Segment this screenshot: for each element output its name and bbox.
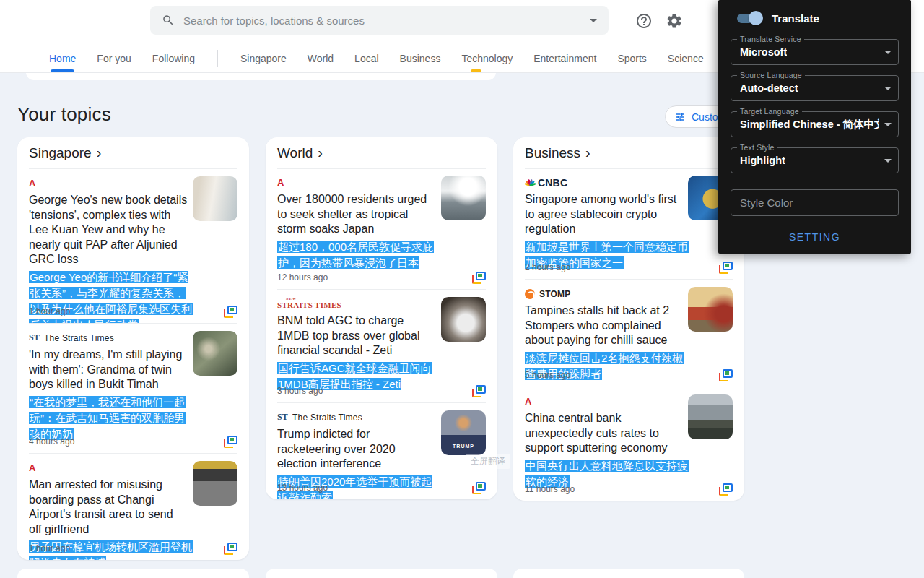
text-style-select[interactable]: Text Style Highlight <box>731 147 899 173</box>
cna-logo-icon: A <box>29 463 36 473</box>
article-translation: 超过180，000名居民敦促寻求庇护，因为热带风暴浸泡了日本 <box>277 239 440 271</box>
tab-home[interactable]: Home <box>49 53 76 64</box>
tab-following[interactable]: Following <box>152 53 195 64</box>
next-row-card-fragment <box>513 569 744 578</box>
tab-business[interactable]: Business <box>400 53 441 64</box>
translate-extension-panel: Translate Translate Service Microsoft So… <box>718 0 911 254</box>
target-language-select[interactable]: Target Language Simplified Chinese - 简体中… <box>731 111 899 137</box>
chevron-down-icon <box>884 159 892 163</box>
setting-link[interactable]: SETTING <box>718 231 911 243</box>
article-time: 11 hours ago <box>525 484 575 494</box>
tab-entertainment[interactable]: Entertainment <box>533 53 596 64</box>
search-input[interactable] <box>183 14 583 27</box>
tab-sports[interactable]: Sports <box>617 53 646 64</box>
article: NEWSTRAITS TIMES BNM told AGC to charge … <box>277 289 486 402</box>
article: A Over 180000 residents urged to seek sh… <box>277 168 486 289</box>
tab-science[interactable]: Science <box>668 53 704 64</box>
fullscreen-translate-floating-button[interactable]: 全屏翻译 <box>466 454 510 469</box>
article-thumbnail[interactable] <box>193 461 237 506</box>
topic-card-singapore: Singapore › A George Yeo's new book deta… <box>17 137 249 560</box>
search-bar[interactable] <box>150 6 609 35</box>
translate-service-select[interactable]: Translate Service Microsoft <box>731 39 899 65</box>
full-coverage-icon[interactable] <box>224 306 237 318</box>
style-color-box <box>731 189 899 216</box>
field-label: Translate Service <box>737 35 804 43</box>
full-coverage-icon[interactable] <box>719 262 733 274</box>
nav-divider <box>217 50 218 67</box>
chevron-down-icon <box>884 123 892 126</box>
article: STThe Straits Times Trump indicted for r… <box>277 402 486 499</box>
chevron-right-icon: › <box>585 144 590 161</box>
tab-local[interactable]: Local <box>354 53 378 64</box>
tab-world[interactable]: World <box>308 53 334 64</box>
main-nav: Home For you Following Singapore World L… <box>49 50 754 67</box>
full-coverage-icon[interactable] <box>472 482 486 494</box>
gear-icon[interactable] <box>666 12 683 30</box>
article-thumbnail[interactable] <box>193 331 237 376</box>
new-straits-times-logo-icon: NEWSTRAITS TIMES <box>277 298 341 309</box>
article-title[interactable]: Tampines stalls hit back at 2 Stompers w… <box>525 303 684 348</box>
article-time: 1 hour ago <box>29 543 70 553</box>
topic-title: Business <box>525 145 580 161</box>
article-title[interactable]: 'In my dreams, I'm still playing with th… <box>29 348 188 392</box>
tab-technology[interactable]: Technology <box>461 53 513 64</box>
article-title[interactable]: Trump indicted for racketeering over 202… <box>277 427 436 472</box>
cna-logo-icon: A <box>277 178 284 187</box>
field-value: Simplified Chinese - 简体中文 <box>740 118 879 131</box>
article-thumbnail[interactable] <box>688 287 733 332</box>
article: A George Yeo's new book details 'tension… <box>29 169 237 323</box>
full-coverage-icon[interactable] <box>224 436 237 448</box>
full-coverage-icon[interactable] <box>719 369 733 381</box>
article-title[interactable]: BNM told AGC to charge 1MDB top brass ov… <box>277 314 436 358</box>
source-name: STOMP <box>539 289 570 299</box>
article-thumbnail[interactable] <box>441 176 486 220</box>
scrolled-card-fragment <box>26 72 496 80</box>
straits-times-logo-icon: ST <box>277 412 288 423</box>
article-time: 1 hour ago <box>29 306 70 316</box>
tab-singapore[interactable]: Singapore <box>240 53 287 64</box>
panel-title: Translate <box>772 12 819 25</box>
field-value: Highlight <box>740 155 785 166</box>
page-title: Your topics <box>17 103 111 126</box>
style-color-input[interactable] <box>731 197 898 209</box>
article-title[interactable]: George Yeo's new book details 'tensions'… <box>29 193 188 267</box>
topic-link-world[interactable]: World › <box>277 137 486 169</box>
search-dropdown-caret-icon[interactable] <box>590 19 597 22</box>
chevron-right-icon: › <box>318 144 323 161</box>
article-time: 12 hours ago <box>277 272 328 282</box>
chevron-down-icon <box>884 51 892 54</box>
source-language-select[interactable]: Source Language Auto-detect <box>731 75 899 101</box>
topic-link-singapore[interactable]: Singapore › <box>29 137 237 169</box>
article-thumbnail[interactable] <box>441 297 486 342</box>
cna-logo-icon: A <box>29 178 36 188</box>
tab-for-you[interactable]: For you <box>97 53 131 64</box>
chevron-right-icon: › <box>97 144 102 161</box>
article-title[interactable]: Over 180000 residents urged to seek shel… <box>277 192 436 237</box>
article-time: 4 hours ago <box>29 436 74 447</box>
cnbc-logo-icon: CNBC <box>525 177 567 189</box>
article-thumbnail[interactable] <box>193 176 237 221</box>
topic-link-business[interactable]: Business › <box>525 137 733 169</box>
translate-toggle[interactable] <box>737 14 760 23</box>
thumbnail-caption: TRUMP <box>441 444 486 449</box>
topic-card-world: World › A Over 180000 residents urged to… <box>266 137 497 499</box>
help-icon[interactable] <box>635 12 653 30</box>
article-thumbnail[interactable] <box>688 394 733 439</box>
field-label: Target Language <box>737 107 802 116</box>
full-coverage-icon[interactable] <box>472 385 486 397</box>
full-coverage-icon[interactable] <box>719 483 733 496</box>
full-coverage-icon[interactable] <box>224 543 237 555</box>
article-time: 5 hours ago <box>525 370 570 380</box>
search-icon <box>162 14 175 27</box>
article-title[interactable]: Man arrested for misusing boarding pass … <box>29 478 188 537</box>
article-title[interactable]: Singapore among world's first to agree s… <box>525 192 684 237</box>
article-title[interactable]: China central bank unexpectedly cuts rat… <box>525 411 684 456</box>
source-name: The Straits Times <box>292 413 362 423</box>
full-coverage-icon[interactable] <box>472 272 486 284</box>
article: STOMP Tampines stalls hit back at 2 Stom… <box>525 279 733 387</box>
article-thumbnail[interactable]: TRUMP <box>441 410 486 455</box>
article-time: 3 hours ago <box>277 386 323 396</box>
article-time: 2 hours ago <box>525 262 570 272</box>
topic-title: World <box>277 145 313 161</box>
article: A China central bank unexpectedly cuts r… <box>525 387 733 501</box>
